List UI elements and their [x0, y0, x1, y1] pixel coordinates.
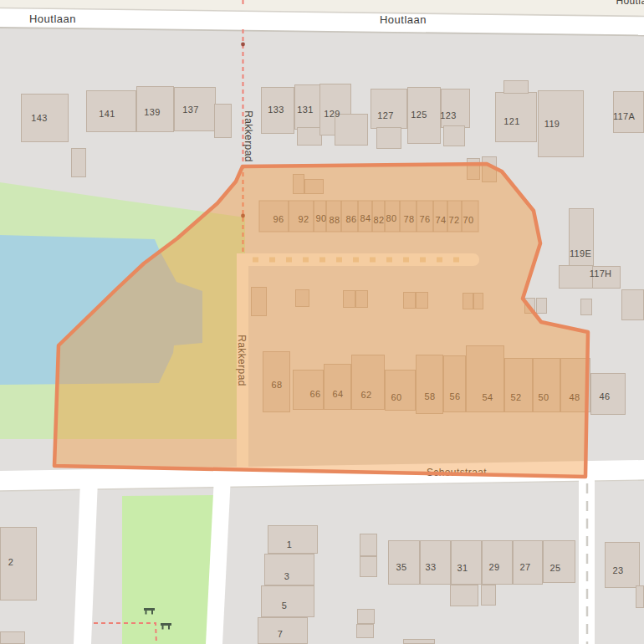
house-number-label: 119: [544, 119, 560, 129]
house-number-label: 96: [273, 214, 284, 224]
house-number-label: 76: [420, 214, 431, 224]
building-footprint: [636, 585, 644, 608]
park-area: [122, 495, 216, 644]
house-number-label: 50: [539, 392, 549, 402]
building-footprint: [481, 585, 496, 606]
house-number-label: 56: [450, 391, 461, 401]
street-label: Houtlaan: [380, 13, 427, 26]
house-number-label: 117A: [613, 111, 635, 121]
building-footprint: [463, 293, 473, 309]
building-footprint: [441, 89, 470, 128]
house-number-label: 84: [360, 213, 371, 223]
building-footprint: [467, 158, 480, 180]
house-number-label: 129: [324, 109, 340, 119]
house-number-label: 90: [316, 213, 327, 223]
house-number-label: 60: [391, 392, 402, 402]
house-number-label: 64: [333, 389, 344, 399]
house-number-label: 125: [411, 110, 427, 120]
building-footprint: [343, 290, 355, 308]
house-number-label: 127: [377, 110, 393, 120]
building-footprint: [403, 639, 435, 644]
house-number-label: 74: [436, 215, 447, 225]
building-footprint: [261, 585, 314, 617]
house-number-label: 137: [182, 105, 198, 115]
building-footprint: [443, 355, 466, 412]
building-footprint: [450, 585, 478, 606]
building-footprint: [536, 298, 547, 314]
building-footprint: [351, 355, 385, 410]
building-footprint: [304, 179, 324, 194]
building-footprint: [356, 624, 374, 638]
house-number-label: 133: [268, 105, 284, 115]
house-number-label: 46: [600, 391, 611, 401]
building-footprint: [504, 358, 533, 412]
house-number-label: 72: [449, 215, 460, 225]
building-footprint: [268, 525, 318, 554]
house-number-label: 121: [503, 116, 519, 126]
house-number-label: 3: [284, 571, 289, 581]
house-number-label: 86: [346, 214, 357, 224]
building-footprint: [503, 80, 529, 94]
building-footprint: [533, 358, 560, 412]
building-footprint: [360, 556, 377, 577]
building-footprint: [360, 534, 377, 556]
house-number-label: 131: [297, 105, 313, 115]
building-footprint: [403, 292, 416, 309]
street-label: Rakkerpad: [236, 335, 248, 386]
street-label: Houtlaan: [616, 0, 644, 7]
building-footprint: [416, 292, 428, 309]
house-number-label: 66: [310, 389, 321, 399]
path-node-dot: [241, 214, 245, 218]
side-road: [74, 480, 98, 644]
house-number-label: 117H: [590, 268, 612, 279]
house-number-label: 80: [386, 213, 397, 223]
building-footprint: [0, 631, 25, 644]
house-number-label: 5: [282, 601, 287, 611]
street-label: Houtlaan: [29, 13, 76, 25]
house-number-label: 54: [483, 392, 493, 402]
building-footprint: [357, 609, 375, 624]
building-footprint: [580, 299, 592, 315]
house-number-label: 78: [404, 214, 415, 224]
house-number-label: 52: [511, 392, 522, 402]
building-footprint: [293, 174, 304, 194]
map-canvas[interactable]: HoutlaanHoutlaanHoutlaanRakkerpadRakkerp…: [0, 0, 644, 644]
building-footprint: [71, 148, 86, 177]
house-number-label: 48: [570, 392, 580, 402]
building-footprint: [621, 289, 644, 320]
building-footprint: [560, 358, 590, 412]
building-footprint: [214, 104, 232, 138]
house-number-label: 82: [374, 215, 385, 225]
building-footprint: [482, 156, 497, 182]
house-number-label: 58: [425, 391, 436, 401]
house-number-label: 35: [396, 562, 407, 572]
house-number-label: 31: [457, 563, 468, 573]
house-number-label: 68: [272, 380, 283, 390]
building-footprint: [416, 355, 443, 414]
house-number-label: 29: [489, 562, 500, 572]
building-footprint: [295, 289, 309, 307]
house-number-label: 25: [550, 563, 561, 573]
street-label: Schoutstraat: [427, 467, 487, 478]
house-number-label: 119E: [570, 248, 591, 258]
building-footprint: [466, 345, 504, 412]
house-number-label: 7: [278, 629, 283, 639]
house-number-label: 141: [99, 109, 115, 119]
house-number-label: 92: [299, 214, 309, 224]
building-footprint: [385, 370, 416, 411]
house-number-label: 139: [144, 107, 160, 117]
building-footprint: [443, 125, 465, 146]
building-footprint: [376, 127, 401, 149]
house-number-label: 23: [613, 565, 624, 575]
building-footprint: [0, 527, 37, 601]
house-number-label: 33: [426, 562, 437, 572]
building-footprint: [543, 540, 575, 583]
house-number-label: 70: [463, 215, 474, 225]
house-number-label: 2: [8, 557, 13, 567]
street-label: Rakkerpad: [243, 110, 254, 162]
house-number-label: 62: [361, 390, 372, 400]
building-footprint: [324, 364, 351, 410]
house-number-label: 1: [287, 539, 292, 549]
building-footprint: [251, 287, 267, 316]
house-number-label: 88: [330, 215, 340, 225]
